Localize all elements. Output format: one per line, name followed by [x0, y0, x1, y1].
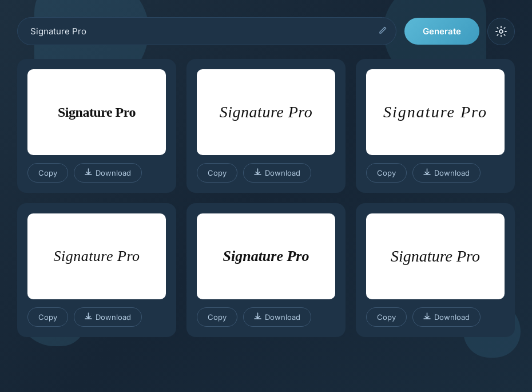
download-button-3[interactable]: Download: [412, 163, 481, 183]
signature-preview-1: Signature Pro: [27, 69, 166, 155]
signature-display-2: Signature Pro: [214, 97, 318, 127]
download-label-3: Download: [434, 168, 470, 177]
download-label-2: Download: [265, 168, 300, 177]
copy-button-6[interactable]: Copy: [366, 307, 407, 327]
signature-card-2: Signature Pro Copy Download: [186, 59, 346, 193]
signature-display-5: Signature Pro: [217, 242, 315, 271]
download-button-5[interactable]: Download: [243, 307, 311, 327]
search-input-wrapper: [17, 17, 396, 45]
copy-button-2[interactable]: Copy: [197, 163, 237, 183]
download-button-6[interactable]: Download: [412, 307, 481, 327]
signature-card-5: Signature Pro Copy Download: [186, 203, 346, 337]
download-label-6: Download: [434, 312, 470, 322]
card-actions-1: Copy Download: [27, 163, 166, 183]
signature-preview-5: Signature Pro: [197, 213, 335, 299]
card-actions-2: Copy Download: [197, 163, 335, 183]
download-icon-4: [85, 312, 92, 322]
download-button-1[interactable]: Download: [74, 163, 142, 183]
svg-point-0: [499, 30, 503, 33]
generate-button[interactable]: Generate: [404, 18, 479, 45]
signature-display-6: Signature Pro: [385, 241, 486, 271]
download-button-4[interactable]: Download: [74, 307, 142, 327]
signature-preview-4: Signature Pro: [27, 213, 166, 299]
download-icon-3: [423, 168, 431, 177]
signature-text-input[interactable]: [17, 17, 396, 45]
copy-button-1[interactable]: Copy: [27, 163, 68, 183]
copy-button-5[interactable]: Copy: [197, 307, 237, 327]
download-label-1: Download: [96, 168, 131, 177]
signature-display-1: Signature Pro: [52, 99, 141, 126]
settings-icon: [495, 25, 507, 38]
download-label-4: Download: [96, 312, 131, 322]
signature-card-3: Signature Pro Copy Download: [356, 59, 515, 193]
card-actions-3: Copy Download: [366, 163, 505, 183]
signature-grid: Signature Pro Copy Download Signature Pr…: [17, 59, 515, 337]
signature-card-6: Signature Pro Copy Download: [356, 203, 515, 337]
copy-button-4[interactable]: Copy: [27, 307, 68, 327]
signature-display-3: Signature Pro: [378, 97, 493, 127]
signature-preview-2: Signature Pro: [197, 69, 335, 155]
signature-display-4: Signature Pro: [47, 242, 145, 271]
download-icon-6: [423, 312, 431, 322]
edit-icon[interactable]: [378, 26, 387, 37]
app-container: Generate Signature Pro Copy: [0, 0, 532, 392]
signature-preview-3: Signature Pro: [366, 69, 505, 155]
signature-card-1: Signature Pro Copy Download: [17, 59, 176, 193]
copy-button-3[interactable]: Copy: [366, 163, 407, 183]
settings-button[interactable]: [487, 18, 515, 45]
download-icon-5: [254, 312, 261, 322]
signature-preview-6: Signature Pro: [366, 213, 505, 299]
signature-card-4: Signature Pro Copy Download: [17, 203, 176, 337]
download-label-5: Download: [265, 312, 300, 322]
card-actions-4: Copy Download: [27, 307, 166, 327]
download-icon-2: [254, 168, 261, 177]
card-actions-5: Copy Download: [197, 307, 335, 327]
top-bar: Generate: [17, 17, 515, 45]
download-icon-1: [85, 168, 92, 177]
download-button-2[interactable]: Download: [243, 163, 311, 183]
card-actions-6: Copy Download: [366, 307, 505, 327]
